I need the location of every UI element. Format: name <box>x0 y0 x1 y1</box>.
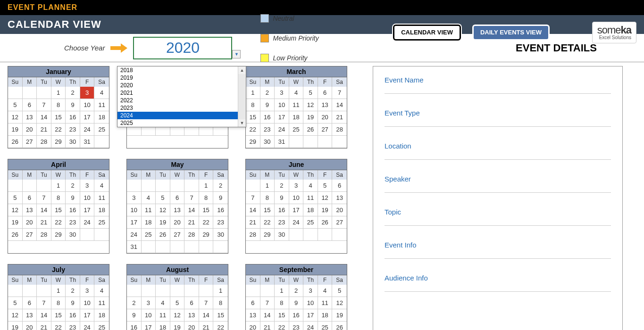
day-cell[interactable]: 16 <box>66 309 80 322</box>
day-cell[interactable]: 24 <box>80 216 95 229</box>
day-cell[interactable]: 1 <box>246 87 260 99</box>
day-cell[interactable]: 15 <box>51 204 66 216</box>
day-cell[interactable]: 29 <box>51 136 66 148</box>
day-cell[interactable]: 24 <box>80 322 95 330</box>
day-cell[interactable]: 2 <box>260 87 275 99</box>
scroll-up-icon[interactable]: ▲ <box>238 66 246 74</box>
day-cell[interactable]: 28 <box>332 124 347 136</box>
day-cell[interactable]: 4 <box>94 285 109 297</box>
day-cell[interactable]: 4 <box>318 285 333 297</box>
day-cell[interactable]: 21 <box>260 322 275 330</box>
day-cell[interactable]: 24 <box>80 124 95 136</box>
day-cell[interactable]: 20 <box>23 124 37 136</box>
day-cell[interactable]: 30 <box>213 229 228 241</box>
day-cell[interactable]: 9 <box>66 297 80 309</box>
day-cell[interactable]: 22 <box>213 322 228 330</box>
day-cell[interactable]: 16 <box>127 322 142 330</box>
day-cell[interactable]: 7 <box>37 99 51 111</box>
day-cell[interactable]: 23 <box>66 216 80 229</box>
day-cell[interactable]: 4 <box>94 87 109 99</box>
day-cell[interactable]: 6 <box>23 192 37 204</box>
day-cell[interactable]: 7 <box>184 192 199 204</box>
day-cell[interactable]: 15 <box>275 309 289 322</box>
day-cell[interactable]: 26 <box>8 136 23 148</box>
day-cell[interactable]: 25 <box>94 216 109 229</box>
day-cell[interactable]: 22 <box>246 124 260 136</box>
day-cell[interactable]: 11 <box>156 309 170 322</box>
day-cell[interactable]: 11 <box>94 297 109 309</box>
day-cell[interactable]: 6 <box>332 180 347 192</box>
day-cell[interactable]: 30 <box>275 229 289 241</box>
day-cell[interactable]: 8 <box>213 297 228 309</box>
detail-field-event-type[interactable]: Event Type <box>385 109 611 127</box>
day-cell[interactable]: 20 <box>170 216 185 229</box>
day-cell[interactable]: 18 <box>142 216 156 229</box>
day-cell[interactable]: 25 <box>142 229 156 241</box>
day-cell[interactable]: 23 <box>275 216 289 229</box>
year-option-2024[interactable]: 2024 <box>117 112 238 119</box>
day-cell[interactable]: 20 <box>184 322 199 330</box>
year-option-2018[interactable]: 2018 <box>117 66 238 74</box>
day-cell[interactable]: 26 <box>332 322 347 330</box>
day-cell[interactable]: 23 <box>66 322 80 330</box>
day-cell[interactable]: 17 <box>289 204 304 216</box>
day-cell[interactable]: 19 <box>318 204 333 216</box>
day-cell[interactable]: 11 <box>94 192 109 204</box>
day-cell[interactable]: 9 <box>213 192 228 204</box>
day-cell[interactable]: 31 <box>80 136 95 148</box>
day-cell[interactable]: 20 <box>246 322 260 330</box>
detail-field-location[interactable]: Location <box>385 142 611 160</box>
day-cell[interactable]: 16 <box>289 309 304 322</box>
day-cell[interactable]: 15 <box>260 204 275 216</box>
day-cell[interactable]: 15 <box>199 204 214 216</box>
day-cell[interactable]: 25 <box>94 124 109 136</box>
detail-field-audience-info[interactable]: Audience Info <box>385 274 611 292</box>
day-cell[interactable]: 28 <box>37 229 51 241</box>
day-cell[interactable]: 21 <box>37 124 51 136</box>
day-cell[interactable]: 18 <box>94 204 109 216</box>
day-cell[interactable]: 14 <box>37 111 51 124</box>
year-option-2019[interactable]: 2019 <box>117 74 238 82</box>
day-cell[interactable]: 30 <box>66 136 80 148</box>
day-cell[interactable]: 18 <box>289 111 304 124</box>
day-cell[interactable]: 1 <box>213 285 228 297</box>
day-cell[interactable]: 27 <box>23 136 37 148</box>
day-cell[interactable]: 29 <box>260 229 275 241</box>
day-cell[interactable]: 5 <box>8 99 23 111</box>
day-cell[interactable]: 14 <box>37 204 51 216</box>
day-cell[interactable]: 29 <box>199 229 214 241</box>
day-cell[interactable]: 22 <box>199 216 214 229</box>
day-cell[interactable]: 10 <box>275 99 289 111</box>
day-cell[interactable]: 12 <box>8 204 23 216</box>
day-cell[interactable]: 19 <box>8 322 23 330</box>
day-cell[interactable]: 18 <box>303 204 318 216</box>
year-option-2023[interactable]: 2023 <box>117 104 238 112</box>
day-cell[interactable]: 10 <box>303 297 318 309</box>
day-cell[interactable]: 23 <box>260 124 275 136</box>
day-cell[interactable]: 5 <box>156 192 170 204</box>
day-cell[interactable]: 3 <box>80 180 95 192</box>
day-cell[interactable]: 6 <box>170 192 185 204</box>
day-cell[interactable]: 6 <box>184 297 199 309</box>
day-cell[interactable]: 2 <box>275 180 289 192</box>
day-cell[interactable]: 25 <box>289 124 304 136</box>
day-cell[interactable]: 6 <box>318 87 333 99</box>
day-cell[interactable]: 15 <box>51 309 66 322</box>
day-cell[interactable]: 1 <box>260 180 275 192</box>
day-cell[interactable]: 9 <box>260 99 275 111</box>
day-cell[interactable]: 21 <box>37 216 51 229</box>
day-cell[interactable]: 25 <box>318 322 333 330</box>
day-cell[interactable]: 2 <box>289 285 304 297</box>
day-cell[interactable]: 21 <box>199 322 214 330</box>
day-cell[interactable]: 16 <box>260 111 275 124</box>
day-cell[interactable]: 2 <box>127 297 142 309</box>
day-cell[interactable]: 10 <box>80 297 95 309</box>
day-cell[interactable]: 5 <box>8 192 23 204</box>
day-cell[interactable]: 5 <box>332 285 347 297</box>
day-cell[interactable]: 16 <box>66 204 80 216</box>
day-cell[interactable]: 6 <box>246 297 260 309</box>
day-cell[interactable]: 11 <box>318 297 333 309</box>
day-cell[interactable]: 7 <box>199 297 214 309</box>
day-cell[interactable]: 24 <box>275 124 289 136</box>
day-cell[interactable]: 14 <box>184 204 199 216</box>
